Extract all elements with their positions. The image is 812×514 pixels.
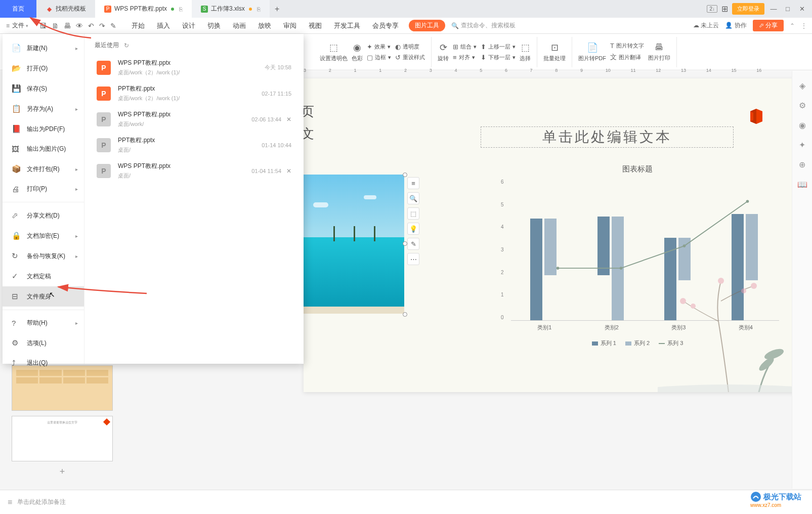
- image-print-button[interactable]: 🖶图片打印: [648, 42, 670, 62]
- tab-view[interactable]: 视图: [309, 21, 322, 30]
- tab-review[interactable]: 审阅: [283, 21, 296, 30]
- cloud-status[interactable]: ☁ 未上云: [693, 21, 719, 30]
- edit-icon[interactable]: ✎: [407, 238, 419, 250]
- more-icon[interactable]: ⋮: [801, 22, 807, 29]
- bulb-icon[interactable]: 💡: [407, 223, 419, 235]
- select-button[interactable]: ⬚选择: [520, 42, 531, 62]
- save-as-icon[interactable]: 🗎: [52, 22, 59, 30]
- menu-export-pdf[interactable]: 📕输出为PDF(F): [3, 119, 84, 139]
- rotate-button[interactable]: ⟳旋转: [438, 42, 449, 62]
- more-icon[interactable]: ⋯: [407, 253, 419, 265]
- selection-handle[interactable]: [403, 241, 407, 246]
- align-button[interactable]: ≡对齐 ▾: [453, 54, 477, 61]
- preview-icon[interactable]: 👁: [76, 22, 83, 30]
- slide-thumb[interactable]: 这里需要替换这些文字: [12, 416, 113, 461]
- search-area[interactable]: 🔍 查找命令、搜索模板: [451, 21, 516, 30]
- menu-finalize[interactable]: ✓文档定稿: [3, 266, 84, 286]
- close-button[interactable]: ✕: [797, 5, 807, 13]
- to-pdf-button[interactable]: 📄图片转PDF: [578, 42, 606, 62]
- to-text-button[interactable]: T图片转文字: [610, 42, 644, 50]
- close-icon[interactable]: ✕: [286, 167, 291, 175]
- menu-encrypt[interactable]: 🔒文档加密(E)▸: [3, 226, 84, 246]
- menu-new[interactable]: 📄新建(N)▸: [3, 38, 84, 58]
- add-slide-button[interactable]: +: [12, 466, 113, 482]
- menu-help[interactable]: ?帮助(H)▸: [3, 313, 84, 333]
- batch-button[interactable]: ⊡批量处理: [543, 42, 566, 62]
- menu-backup[interactable]: ↻备份与恢复(K)▸: [3, 246, 84, 266]
- tab-slideshow[interactable]: 放映: [258, 21, 271, 30]
- recent-file-item[interactable]: P PPT教程.pptx 桌面/work（2）/work (1)/ 02-17 …: [95, 80, 293, 106]
- diamond-icon[interactable]: ◈: [799, 81, 805, 91]
- animation-icon[interactable]: ✦: [799, 140, 805, 150]
- reset-style-button[interactable]: ↺重设样式: [395, 54, 425, 61]
- menu-pack[interactable]: 📦文件打包(R)▸: [3, 159, 84, 179]
- menu-export-img[interactable]: 🖼输出为图片(G): [3, 139, 84, 159]
- zoom-icon[interactable]: 🔍: [407, 192, 419, 204]
- brush-icon[interactable]: ✎: [110, 22, 116, 30]
- menu-save[interactable]: 💾保存(S): [3, 78, 84, 99]
- effect-button[interactable]: ✦效果 ▾: [367, 43, 391, 51]
- tab-template[interactable]: ◆ 找稻壳模板: [36, 0, 95, 18]
- tab-dev[interactable]: 开发工具: [334, 21, 360, 30]
- effects-icon[interactable]: ⊕: [799, 160, 805, 169]
- slide[interactable]: 页 文 单击此处编辑文本 ≡ 🔍 ⬚: [304, 78, 799, 392]
- refresh-icon[interactable]: ↻: [124, 42, 129, 49]
- layers-icon[interactable]: ≡: [407, 177, 419, 189]
- tab-insert[interactable]: 插入: [157, 21, 170, 30]
- undo-icon[interactable]: ↶: [88, 22, 94, 30]
- minimize-button[interactable]: —: [768, 5, 779, 13]
- color-button[interactable]: ◉色彩: [352, 42, 363, 62]
- translate-button[interactable]: 文图片翻译: [610, 53, 644, 62]
- transparency-button[interactable]: ◐透明度: [395, 43, 425, 51]
- maximize-button[interactable]: □: [783, 5, 793, 13]
- tab-start[interactable]: 开始: [132, 21, 145, 30]
- menu-save-as[interactable]: 📋另存为(A)▸: [3, 99, 84, 119]
- recent-file-item[interactable]: P WPS PPT教程.pptx 桌面/ 01-04 11:54 ✕: [95, 158, 293, 184]
- book-icon[interactable]: 📖: [797, 180, 807, 189]
- theme-icon[interactable]: ◉: [799, 120, 806, 130]
- save-icon[interactable]: 🖫: [39, 22, 47, 30]
- transparent-color-button[interactable]: ⬚设置透明色: [320, 42, 348, 62]
- redo-icon[interactable]: ↷: [99, 22, 105, 30]
- notes-placeholder[interactable]: 单击此处添加备注: [17, 498, 66, 506]
- beach-image[interactable]: [304, 175, 404, 314]
- tab-design[interactable]: 设计: [182, 21, 195, 30]
- recent-file-item[interactable]: P WPS PPT教程.pptx 桌面/work（2）/work (1)/ 今天…: [95, 55, 293, 80]
- selection-handle[interactable]: [403, 312, 407, 317]
- recent-file-item[interactable]: P WPS PPT教程.pptx 桌面/work/ 02-06 13:44 ✕: [95, 106, 293, 132]
- picture-tools-tab[interactable]: 图片工具: [409, 20, 445, 31]
- close-icon[interactable]: ⎘: [257, 6, 261, 12]
- menu-share[interactable]: ⬀分享文档(D): [3, 205, 84, 226]
- border-button[interactable]: ▢边框 ▾: [367, 54, 391, 61]
- menu-slim[interactable]: ⊟文件瘦身: [3, 286, 84, 307]
- tab-vip[interactable]: 会员专享: [372, 21, 399, 30]
- selection-handle[interactable]: [403, 173, 407, 177]
- menu-options[interactable]: ⚙选项(L): [3, 333, 84, 353]
- menu-exit[interactable]: ⤴退出(Q): [3, 353, 84, 373]
- badge[interactable]: 2↓: [707, 5, 717, 13]
- menu-print[interactable]: 🖨打印(P)▸: [3, 179, 84, 199]
- tab-transition[interactable]: 切换: [207, 21, 221, 30]
- bring-forward-button[interactable]: ⬆上移一层 ▾: [481, 43, 516, 51]
- login-button[interactable]: 立即登录: [732, 3, 764, 15]
- tab-pptx[interactable]: P WPS PPT教程.pptx ⎘: [95, 0, 192, 18]
- collapse-ribbon-icon[interactable]: ⌃: [790, 22, 795, 29]
- crop-icon[interactable]: ⬚: [407, 207, 419, 220]
- recent-file-item[interactable]: P PPT教程.pptx 桌面/ 01-14 10:44: [95, 132, 293, 158]
- tab-animation[interactable]: 动画: [233, 21, 246, 30]
- print-icon[interactable]: 🖶: [64, 22, 71, 30]
- coop-button[interactable]: 👤 协作: [725, 21, 746, 30]
- apps-icon[interactable]: ⊞: [721, 4, 728, 14]
- close-icon[interactable]: ⎘: [179, 6, 183, 12]
- settings-icon[interactable]: ⚙: [799, 101, 806, 110]
- title-placeholder[interactable]: 单击此处编辑文本: [481, 126, 734, 148]
- close-icon[interactable]: ✕: [286, 116, 291, 123]
- share-button[interactable]: ⬀ 分享: [753, 20, 784, 31]
- file-menu-button[interactable]: ≡ 文件 ▾: [0, 18, 34, 34]
- menu-open[interactable]: 📂打开(O): [3, 58, 84, 78]
- tab-home[interactable]: 首页: [0, 0, 36, 18]
- send-backward-button[interactable]: ⬇下移一层 ▾: [481, 54, 516, 61]
- add-tab[interactable]: +: [270, 5, 285, 14]
- group-button[interactable]: ⊞组合 ▾: [453, 43, 477, 51]
- tab-xlsx[interactable]: S 工作簿3.xlsx ⎘: [192, 0, 270, 18]
